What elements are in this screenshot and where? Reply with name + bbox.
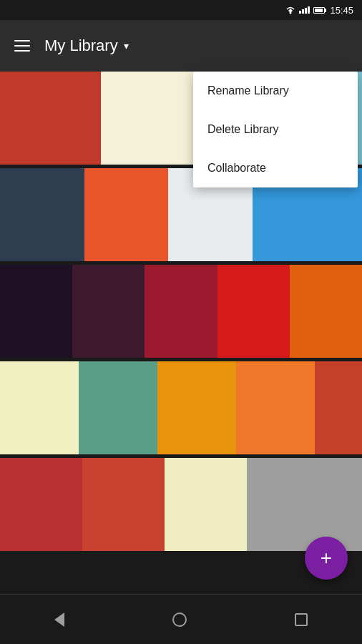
library-title: My Library — [44, 36, 118, 55]
status-icons: 15:45 — [285, 5, 353, 16]
wifi-icon — [285, 6, 295, 14]
home-button[interactable] — [167, 607, 192, 633]
swatch-row-4 — [0, 361, 362, 454]
swatch-orange-2[interactable] — [290, 265, 362, 358]
swatch-crimson-1[interactable] — [145, 265, 217, 358]
svg-point-1 — [290, 12, 292, 14]
swatch-red-3[interactable] — [82, 458, 165, 551]
signal-icon — [299, 6, 310, 14]
back-icon — [54, 613, 64, 627]
status-time: 15:45 — [330, 5, 353, 16]
swatch-red-2[interactable] — [217, 265, 290, 358]
swatch-row-3 — [0, 265, 362, 358]
add-icon: + — [321, 548, 332, 568]
status-bar: 15:45 — [0, 0, 362, 20]
swatch-gray-1[interactable] — [247, 458, 362, 551]
dropdown-arrow-icon: ▾ — [124, 40, 129, 52]
delete-library-item[interactable]: Delete Library — [193, 110, 358, 149]
app-bar: My Library ▾ — [0, 20, 362, 72]
swatch-lightyellow-1[interactable] — [0, 361, 79, 454]
swatch-darkred-1[interactable] — [72, 265, 145, 358]
swatch-teal-2[interactable] — [79, 361, 157, 454]
swatch-darkred-2[interactable] — [0, 458, 82, 551]
swatch-orange-3[interactable] — [236, 361, 315, 454]
add-fab-button[interactable]: + — [305, 537, 348, 580]
swatch-rust-1[interactable] — [315, 361, 362, 454]
rename-library-item[interactable]: Rename Library — [193, 72, 358, 110]
swatch-navy-1[interactable] — [0, 168, 84, 261]
dropdown-menu: Rename Library Delete Library Collaborat… — [193, 72, 358, 187]
swatch-amber-1[interactable] — [157, 361, 236, 454]
home-icon — [172, 613, 187, 627]
swatch-darkpurple-1[interactable] — [0, 265, 72, 358]
title-dropdown-button[interactable]: My Library ▾ — [44, 36, 129, 55]
back-button[interactable] — [49, 607, 70, 633]
battery-icon — [313, 7, 326, 14]
collaborate-item[interactable]: Collaborate — [193, 149, 358, 187]
swatch-orange-1[interactable] — [84, 168, 169, 261]
recents-button[interactable] — [289, 608, 313, 632]
recents-icon — [295, 613, 308, 626]
hamburger-button[interactable] — [11, 37, 33, 54]
bottom-navigation — [0, 594, 362, 644]
swatch-cream-2[interactable] — [165, 458, 247, 551]
swatch-red-1[interactable] — [0, 72, 101, 165]
swatch-row-5 — [0, 458, 362, 551]
